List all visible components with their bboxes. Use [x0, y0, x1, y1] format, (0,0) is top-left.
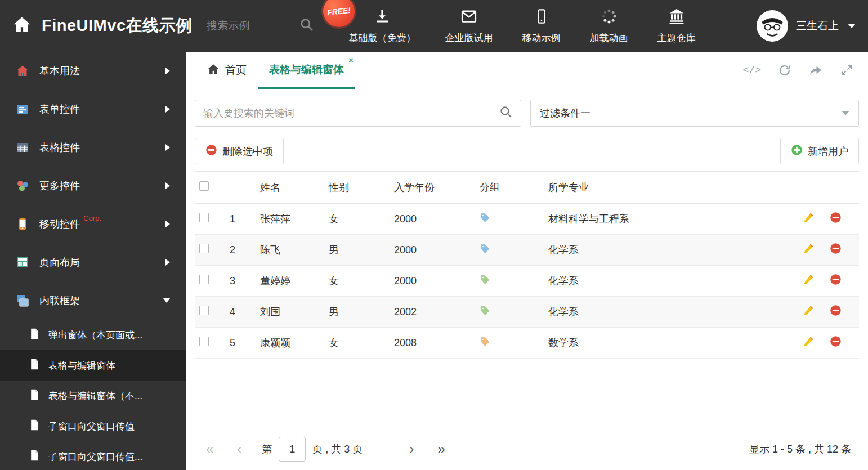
grid-search-box — [195, 100, 521, 127]
add-user-button[interactable]: 新增用户 — [780, 138, 859, 164]
cell-gender: 女 — [324, 266, 390, 297]
brand[interactable]: FineUIMvc在线示例 — [12, 15, 193, 37]
cell-year: 2000 — [390, 204, 475, 235]
row-checkbox[interactable] — [199, 213, 209, 222]
tab-tools: </> — [743, 52, 868, 89]
sidebar-subitem-grid-edit-window-alt[interactable]: 表格与编辑窗体（不... — [0, 381, 186, 411]
table-row[interactable]: 5 康颖颖 女 2008 数学系 — [195, 328, 859, 359]
column-header-group[interactable]: 分组 — [475, 172, 544, 204]
tab-home[interactable]: 首页 — [196, 52, 258, 89]
row-checkbox[interactable] — [199, 244, 209, 253]
sidebar-subitem-grid-edit-window[interactable]: 表格与编辑窗体 — [0, 350, 186, 381]
sidebar-item-page-layout[interactable]: 页面布局 — [0, 243, 186, 281]
major-link[interactable]: 化学系 — [548, 306, 579, 317]
file-icon — [29, 359, 39, 373]
prev-page-icon[interactable]: ‹ — [234, 441, 245, 457]
sidebar-item-form-controls[interactable]: 表单控件 — [0, 90, 186, 128]
grid-toolbar: 删除选中项 新增用户 — [186, 132, 868, 171]
share-icon[interactable] — [808, 64, 823, 77]
last-page-icon[interactable]: » — [434, 441, 448, 457]
major-link[interactable]: 化学系 — [548, 275, 579, 287]
nav-item-loading-animations[interactable]: 加载动画 — [590, 8, 628, 44]
row-checkbox[interactable] — [199, 275, 209, 284]
chevron-down-icon — [842, 111, 849, 115]
sidebar-item-grid-controls[interactable]: 表格控件 — [0, 128, 186, 167]
page-number-input[interactable] — [279, 437, 306, 462]
column-header-gender[interactable]: 性别 — [324, 172, 390, 204]
sidebar-item-label: 基本用法 — [39, 64, 80, 78]
column-header-major[interactable]: 所学专业 — [544, 172, 798, 204]
free-badge: FREE! — [321, 0, 356, 28]
delete-selected-button[interactable]: 删除选中项 — [195, 138, 284, 164]
refresh-icon[interactable] — [778, 64, 791, 77]
delete-row-icon[interactable] — [830, 335, 842, 347]
house-icon — [16, 64, 29, 78]
edit-pencil-icon[interactable] — [803, 274, 814, 285]
main-content: 首页 表格与编辑窗体 ✕ </> — [186, 52, 868, 470]
plus-circle-icon — [791, 144, 803, 159]
sidebar-subitem-popup-window[interactable]: 弹出窗体（本页面或... — [0, 320, 186, 350]
cell-gender: 女 — [324, 204, 390, 235]
user-table: 姓名 性别 入学年份 分组 所学专业 1 张萍萍 女 2000 材料 — [195, 171, 859, 359]
search-icon[interactable] — [299, 17, 314, 34]
next-page-icon[interactable]: › — [406, 441, 417, 457]
expand-icon[interactable] — [840, 64, 853, 77]
file-icon — [29, 419, 39, 433]
column-header-year[interactable]: 入学年份 — [390, 172, 475, 204]
table-row[interactable]: 1 张萍萍 女 2000 材料科学与工程系 — [195, 204, 859, 235]
row-checkbox[interactable] — [199, 337, 209, 346]
grid-search-input[interactable] — [203, 108, 499, 119]
major-link[interactable]: 化学系 — [548, 244, 579, 256]
column-header-name[interactable]: 姓名 — [256, 172, 324, 204]
major-link[interactable]: 材料科学与工程系 — [548, 213, 629, 225]
edit-pencil-icon[interactable] — [803, 212, 814, 223]
sidebar-item-iframe[interactable]: 内联框架 — [0, 281, 186, 320]
sidebar-item-more-controls[interactable]: 更多控件 — [0, 167, 186, 205]
edit-pencil-icon[interactable] — [803, 336, 814, 347]
first-page-icon[interactable]: « — [203, 441, 217, 457]
filter-dropdown[interactable]: 过滤条件一 — [530, 100, 859, 127]
page-suffix: 页 , 共 3 页 — [312, 442, 363, 456]
top-header: FineUIMvc在线示例 FREE! 基础版（免费） 企业版试用 移动示例 — [0, 0, 868, 52]
user-menu[interactable]: 三生石上 — [757, 10, 856, 42]
sidebar-item-mobile-controls[interactable]: 移动控件 Corp. — [0, 205, 186, 243]
edit-pencil-icon[interactable] — [803, 305, 814, 316]
nav-item-enterprise-trial[interactable]: 企业版试用 — [445, 8, 493, 44]
tab-close-icon[interactable]: ✕ — [348, 56, 354, 65]
tag-icon — [480, 338, 490, 349]
select-all-checkbox[interactable] — [199, 181, 209, 191]
sidebar-subitem-child-to-parent-alt[interactable]: 子窗口向父窗口传值... — [0, 441, 186, 470]
delete-row-icon[interactable] — [830, 305, 842, 316]
header-nav: FREE! 基础版（免费） 企业版试用 移动示例 — [349, 8, 696, 44]
row-checkbox[interactable] — [199, 306, 209, 315]
delete-row-icon[interactable] — [830, 212, 842, 223]
nav-item-basic-edition[interactable]: FREE! 基础版（免费） — [349, 8, 416, 44]
sidebar-subitem-label: 表格与编辑窗体 — [48, 359, 115, 372]
nav-item-theme-repo[interactable]: 主题仓库 — [657, 8, 696, 44]
home-icon — [207, 63, 220, 78]
table-row[interactable]: 4 刘国 男 2002 化学系 — [195, 297, 859, 328]
row-index: 1 — [225, 204, 256, 235]
delete-row-icon[interactable] — [830, 274, 842, 285]
sidebar-item-basic-usage[interactable]: 基本用法 — [0, 52, 186, 90]
filter-dropdown-value: 过滤条件一 — [540, 106, 590, 120]
chevron-down-icon — [848, 24, 856, 28]
sidebar-subitem-label: 表格与编辑窗体（不... — [48, 390, 142, 402]
page-indicator: 第 页 , 共 3 页 — [262, 437, 363, 462]
record-summary: 显示 1 - 5 条 , 共 12 条 — [749, 442, 851, 456]
sidebar-subitem-child-to-parent[interactable]: 子窗口向父窗口传值 — [0, 411, 186, 441]
header-search-input[interactable] — [207, 20, 292, 32]
filter-row: 过滤条件一 — [186, 89, 868, 132]
divider — [384, 441, 384, 458]
tab-grid-edit-window[interactable]: 表格与编辑窗体 ✕ — [258, 52, 355, 89]
cell-year: 2002 — [390, 297, 475, 328]
search-icon[interactable] — [499, 105, 513, 121]
table-row[interactable]: 3 董婷婷 女 2000 化学系 — [195, 266, 859, 297]
table-row[interactable]: 2 陈飞 男 2000 化学系 — [195, 235, 859, 266]
nav-item-mobile-demo[interactable]: 移动示例 — [522, 8, 561, 44]
major-link[interactable]: 数学系 — [548, 337, 579, 348]
cell-gender: 男 — [324, 297, 390, 328]
delete-row-icon[interactable] — [830, 243, 842, 254]
edit-pencil-icon[interactable] — [803, 243, 814, 254]
tag-icon — [480, 214, 490, 225]
